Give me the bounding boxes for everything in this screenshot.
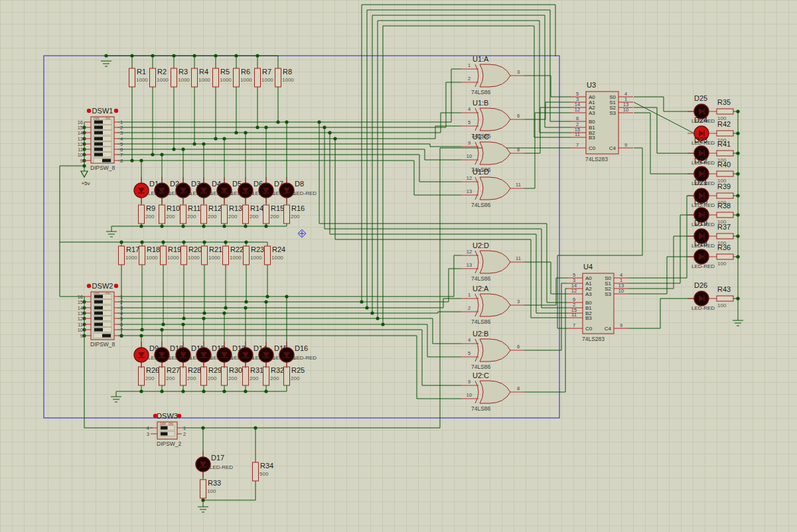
resistor-R9[interactable]: R9200: [139, 204, 156, 224]
dip-switch-lever[interactable]: [94, 143, 103, 146]
dip-switch-lever[interactable]: [94, 317, 103, 320]
dip-toggle-dot[interactable]: [153, 414, 157, 418]
wire: [118, 144, 461, 147]
resistor-ref-label: R32: [271, 366, 284, 374]
resistor-R41[interactable]: R41100: [717, 140, 733, 163]
resistor-R4[interactable]: R41000: [192, 68, 211, 87]
resistor-R27[interactable]: R27200: [159, 366, 181, 385]
dip-switch-lever[interactable]: [94, 328, 103, 332]
dip-switch-lever[interactable]: [161, 427, 168, 430]
dip-toggle-dot[interactable]: [87, 109, 91, 113]
adder-pin-name: C4: [609, 145, 616, 151]
resistor-R2[interactable]: R21000: [150, 68, 169, 87]
resistor-R32[interactable]: R32200: [263, 366, 285, 385]
adder-pin-name: B3: [585, 315, 592, 321]
dip-switch-DSW3[interactable]: DSW3DIPSW_2OFFON4132: [147, 412, 186, 447]
xor-gate-U2C[interactable]: U2:C74LS869108: [461, 371, 524, 412]
led-ref-label: D21: [694, 178, 707, 186]
dip-switch-lever[interactable]: [94, 323, 103, 326]
schematic-canvas[interactable]: +5v R11000R21000R31000R41000R51000R61000…: [0, 0, 797, 532]
resistor-R19[interactable]: R191000: [161, 245, 182, 265]
resistor-R23[interactable]: R231000: [244, 245, 265, 265]
xor-gate-U2B[interactable]: U2:B74LS86456: [461, 330, 524, 370]
dip-switch-lever[interactable]: [94, 121, 103, 124]
resistor-ref-label: R6: [241, 68, 250, 76]
resistor-R22[interactable]: R221000: [223, 245, 244, 265]
schematic-svg: +5v R11000R21000R31000R41000R51000R61000…: [0, 0, 797, 532]
adder-pin-number: 6: [576, 115, 579, 121]
dip-switch-lever[interactable]: [94, 295, 103, 299]
xor-gate-U1A[interactable]: U1:A74LS86123: [461, 55, 524, 96]
resistor-R1[interactable]: R11000: [129, 68, 149, 87]
resistor-R16[interactable]: R16200: [284, 204, 305, 224]
led-D8[interactable]: D8LED-RED: [279, 177, 317, 204]
resistor-R37[interactable]: R37100: [717, 223, 733, 246]
resistor-R35[interactable]: R35100: [717, 98, 733, 121]
led-D26[interactable]: D26LED-RED: [688, 281, 717, 311]
dip-toggle-dot[interactable]: [177, 414, 181, 418]
dip-switch-lever[interactable]: [94, 126, 103, 129]
resistor-R33[interactable]: R33100: [200, 479, 222, 498]
wire: [634, 113, 694, 174]
resistor-R20[interactable]: R201000: [181, 245, 202, 265]
dip-switch-lever[interactable]: [94, 300, 103, 304]
resistor-R34[interactable]: R34500: [253, 462, 274, 481]
dip-switch-lever[interactable]: [161, 432, 168, 436]
resistor-R18[interactable]: R181000: [139, 245, 161, 265]
resistor-R17[interactable]: R171000: [119, 245, 140, 265]
resistor-R29[interactable]: R29200: [201, 366, 222, 385]
junction-dot: [285, 295, 288, 298]
resistor-R10[interactable]: R10200: [159, 204, 181, 224]
led-D17[interactable]: D17LED-RED: [196, 451, 233, 478]
dip-switch-lever[interactable]: [94, 137, 103, 141]
resistor-R26[interactable]: R26200: [139, 366, 160, 385]
resistor-R25[interactable]: R25200: [284, 366, 305, 385]
adder-U3[interactable]: U374LS2835A03A114A212A36B02B115B211B37C0…: [571, 81, 633, 163]
dip-switch-lever[interactable]: [94, 306, 103, 310]
resistor-ref-label: R41: [717, 140, 731, 148]
gate-pin-number: 11: [516, 182, 521, 188]
resistor-R5[interactable]: R51000: [213, 68, 232, 87]
resistor-R12[interactable]: R12200: [201, 204, 222, 224]
resistor-R21[interactable]: R211000: [202, 245, 223, 265]
resistor-R40[interactable]: R40100: [717, 161, 733, 184]
resistor-R43[interactable]: R43100: [717, 285, 733, 308]
resistor-R3[interactable]: R31000: [171, 68, 190, 87]
dip-switch-lever[interactable]: [94, 131, 103, 135]
ground-symbol: [101, 61, 111, 66]
xor-gate-U1D[interactable]: U1:D74LS86121311: [461, 168, 524, 208]
dip-switch-lever[interactable]: [94, 148, 103, 151]
resistor-R38[interactable]: R38100: [717, 202, 733, 225]
resistor-R13[interactable]: R13200: [222, 204, 243, 224]
xor-gate-U2D[interactable]: U2:D74LS86121311: [461, 241, 524, 282]
resistor-R14[interactable]: R14200: [243, 204, 264, 224]
resistor-R7[interactable]: R71000: [255, 68, 274, 87]
gate-pin-number: 4: [468, 106, 471, 112]
resistor-value-label: 200: [166, 375, 175, 381]
resistor-R15[interactable]: R15200: [263, 204, 285, 224]
xor-gate-U2A[interactable]: U2:A74LS86123: [461, 285, 524, 325]
gate-pin-number: 2: [468, 76, 471, 82]
resistor-R36[interactable]: R36100: [717, 243, 733, 267]
resistor-R6[interactable]: R61000: [234, 68, 253, 87]
dip-switch-lever[interactable]: [94, 312, 103, 315]
junction-dot: [139, 389, 143, 393]
led-ref-label: D16: [295, 344, 308, 352]
dip-toggle-dot[interactable]: [87, 284, 91, 288]
dip-switch-lever[interactable]: [102, 334, 111, 338]
dip-toggle-dot[interactable]: [114, 284, 118, 288]
wire: [628, 299, 694, 328]
resistor-R11[interactable]: R11200: [181, 204, 201, 224]
dip-switch-lever[interactable]: [94, 153, 103, 157]
resistor-R24[interactable]: R241000: [265, 245, 286, 265]
resistor-R31[interactable]: R31200: [243, 366, 264, 385]
dip-toggle-dot[interactable]: [114, 109, 118, 113]
xor-gate-U1B[interactable]: U1:B74LS86456: [461, 99, 524, 139]
wire: [524, 76, 571, 97]
resistor-R28[interactable]: R28200: [181, 366, 202, 385]
dip-switch-lever[interactable]: [102, 159, 111, 163]
resistor-R30[interactable]: R30200: [222, 366, 243, 385]
resistor-R8[interactable]: R81000: [275, 68, 295, 87]
adder-pin-number: 10: [623, 107, 628, 113]
adder-U4[interactable]: U474LS2835A03A114A212A36B02B115B211B37C0…: [567, 263, 628, 342]
